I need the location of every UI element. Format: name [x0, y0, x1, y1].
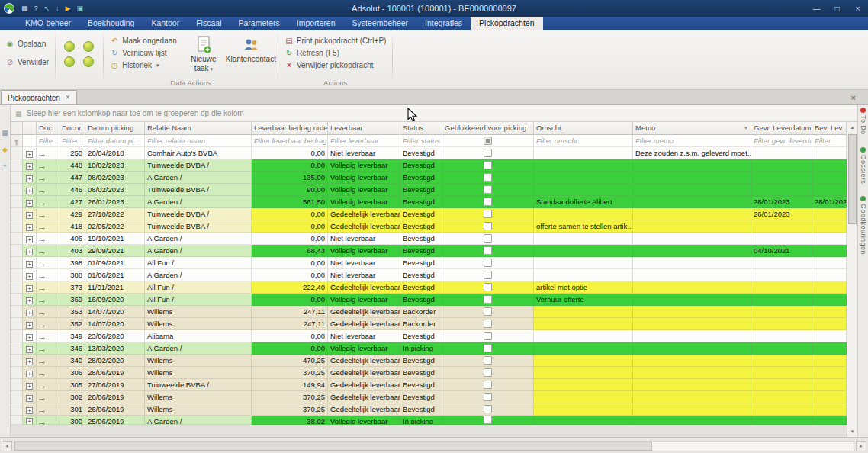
menu-tab-kmo-beheer[interactable]: KMO-beheer — [17, 17, 79, 30]
filter-docnr-input[interactable]: Filter ... — [59, 135, 85, 147]
expand-icon[interactable]: + — [26, 358, 33, 365]
blocked-checkbox[interactable] — [484, 405, 492, 413]
delete-pickopdracht-button[interactable]: × Verwijder pickopdracht — [285, 61, 387, 69]
table-row-250[interactable]: +...25026/04/2018Comhair Auto's BVBA0,00… — [11, 147, 847, 159]
expand-icon[interactable]: + — [26, 334, 33, 341]
vertical-scroll-thumb[interactable] — [848, 134, 857, 224]
filter-bedrag-input[interactable]: Filter leverbaar bedrag.. — [252, 135, 328, 147]
quick-action-icon-1[interactable] — [64, 41, 75, 52]
blocked-checkbox[interactable] — [484, 332, 492, 340]
blocked-checkbox[interactable] — [484, 381, 492, 389]
filter-geblokkeerd-checkbox[interactable] — [442, 135, 534, 147]
blocked-checkbox[interactable] — [484, 173, 492, 182]
window-grid-icon[interactable]: ▦ — [21, 0, 28, 17]
pointer-icon[interactable]: ↖ — [44, 0, 50, 17]
download-icon[interactable]: ↓ — [56, 0, 59, 17]
customer-contact-button[interactable]: Klantencontact — [230, 35, 272, 63]
filter-status-input[interactable]: Filter status — [400, 135, 442, 147]
table-row-302[interactable]: +...30226/06/2019Willems370,25Gedeelteli… — [11, 391, 847, 403]
table-row-446[interactable]: +...44608/02/2023Tuinweelde BVBA /90,00V… — [11, 184, 847, 196]
blocked-checkbox[interactable] — [484, 161, 492, 169]
table-row-352[interactable]: +...35214/07/2020Willems247,11Gedeelteli… — [11, 318, 847, 330]
expand-icon[interactable]: + — [26, 371, 33, 378]
table-row-353[interactable]: +...35314/07/2020Willems247,11Gedeelteli… — [11, 306, 847, 318]
filter-memo-input[interactable]: Filter memo — [633, 135, 751, 147]
col-header-docnr[interactable]: Docnr. — [59, 122, 85, 135]
col-header-omschr[interactable]: Omschr. — [534, 122, 633, 135]
expand-icon[interactable]: + — [26, 163, 33, 170]
menu-tab-boekhouding[interactable]: Boekhouding — [79, 17, 143, 30]
blocked-checkbox[interactable] — [484, 393, 492, 401]
filter-relatie-input[interactable]: Filter relatie naam — [145, 135, 252, 147]
checkbox-icon[interactable] — [484, 137, 492, 145]
expand-icon[interactable]: + — [26, 261, 33, 268]
table-row-346[interactable]: +...34613/03/2020A Garden /0,00Volledig … — [11, 342, 847, 355]
quick-action-icon-3[interactable] — [64, 56, 75, 67]
blocked-checkbox[interactable] — [484, 149, 492, 157]
blocked-checkbox[interactable] — [484, 271, 492, 279]
expand-icon[interactable]: + — [26, 407, 33, 414]
horizontal-scroll-thumb[interactable] — [14, 442, 652, 451]
table-icon[interactable]: ▦ — [2, 130, 8, 137]
table-row-369[interactable]: +...36916/09/2020All Fun /0,00Volledig l… — [11, 294, 847, 306]
table-row-305[interactable]: +...30527/06/2019Tuinweelde BVBA /149,94… — [11, 379, 847, 391]
expand-icon[interactable]: + — [26, 273, 33, 280]
scroll-up-icon[interactable]: ▲ — [847, 122, 857, 133]
blocked-checkbox[interactable] — [484, 185, 492, 194]
table-row-388[interactable]: +...38801/06/2021A Garden /0,00Niet leve… — [11, 269, 847, 281]
menu-tab-kantoor[interactable]: Kantoor — [143, 17, 188, 30]
filter-dropdown-icon[interactable]: ▼ — [744, 122, 748, 134]
refresh-list-button[interactable]: ↻ Vernieuw lijst — [110, 49, 177, 57]
side-tab-goedkeuringen[interactable]: Goedkeuringen — [860, 196, 867, 255]
col-header-bev[interactable]: Bev. Lev... — [812, 122, 847, 135]
table-row-398[interactable]: +...39801/09/2021All Fun /0,00Niet lever… — [11, 257, 847, 269]
blocked-checkbox[interactable] — [484, 356, 492, 365]
expand-icon[interactable]: + — [26, 322, 33, 329]
video-icon[interactable]: ▶ — [66, 0, 71, 17]
blocked-checkbox[interactable] — [484, 198, 492, 206]
filter-omschr-input[interactable]: Filter omschr. — [534, 135, 633, 147]
tab-pickopdrachten[interactable]: Pickopdrachten × — [1, 90, 77, 104]
side-tab-to-do[interactable]: To Do — [860, 108, 867, 135]
blocked-checkbox[interactable] — [484, 320, 492, 328]
scroll-right-icon[interactable]: ► — [856, 441, 866, 451]
col-header-gevr[interactable]: Gevr. Leverdatum — [751, 122, 812, 135]
col-header-status[interactable]: Status — [400, 122, 442, 135]
expand-icon[interactable]: + — [26, 310, 33, 316]
blocked-checkbox[interactable] — [484, 295, 492, 304]
filter-leverbaar-input[interactable]: Filter leverbaar — [328, 135, 400, 147]
table-row-406[interactable]: +...40619/10/2021A Garden /0,00Niet leve… — [11, 233, 847, 245]
blocked-checkbox[interactable] — [484, 283, 492, 291]
table-row-403[interactable]: +...40329/09/2021A Garden /68,43Volledig… — [11, 245, 847, 257]
blocked-checkbox[interactable] — [484, 416, 492, 424]
table-row-300[interactable]: +...30025/06/2019A Garden /38,02Volledig… — [11, 416, 847, 425]
close-button[interactable]: × — [847, 0, 868, 17]
expand-icon[interactable]: + — [26, 200, 33, 207]
filter-datum-input[interactable]: Filter datum pi... — [85, 135, 145, 147]
menu-tab-parameters[interactable]: Parameters — [230, 17, 288, 30]
col-header-relatie[interactable]: Relatie Naam — [145, 122, 252, 135]
expand-icon[interactable]: + — [26, 285, 33, 292]
table-row-427[interactable]: +...42726/01/2023A Garden /561,50Volledi… — [11, 196, 847, 208]
refresh-button[interactable]: ↻ Refresh (F5) — [285, 49, 387, 57]
table-row-301[interactable]: +...30126/06/2019Willems370,25Gedeelteli… — [11, 403, 847, 416]
blocked-checkbox[interactable] — [484, 222, 492, 230]
blocked-checkbox[interactable] — [484, 344, 492, 352]
side-tab-dossiers[interactable]: Dossiers — [860, 147, 867, 184]
menu-tab-systeembeheer[interactable]: Systeembeheer — [344, 17, 417, 30]
quick-action-icon-2[interactable] — [83, 41, 94, 52]
col-header-doc[interactable]: Doc. — [37, 122, 59, 135]
undo-button[interactable]: ↶ Maak ongedaan — [110, 37, 177, 45]
col-header-bedrag[interactable]: Leverbaar bedrag order — [252, 122, 328, 135]
help-icon[interactable]: ? — [34, 0, 38, 17]
quick-action-icon-4[interactable] — [83, 56, 94, 67]
menu-tab-pickopdrachten[interactable]: Pickopdrachten — [471, 17, 542, 30]
flag-icon[interactable]: ▣ — [77, 0, 84, 17]
col-header-geblokkeerd[interactable]: Geblokkeerd voor picking — [442, 122, 534, 135]
scroll-left-icon[interactable]: ◄ — [2, 441, 12, 451]
delete-button[interactable]: ⊘ Verwijder — [5, 58, 49, 66]
scroll-down-icon[interactable]: ▼ — [847, 426, 857, 437]
table-row-448[interactable]: +...44810/02/2023Tuinweelde BVBA /0,00Vo… — [11, 159, 847, 172]
table-row-429[interactable]: +...42927/10/2022Tuinweelde BVBA /0,00Ge… — [11, 208, 847, 220]
expand-icon[interactable]: + — [26, 346, 33, 353]
